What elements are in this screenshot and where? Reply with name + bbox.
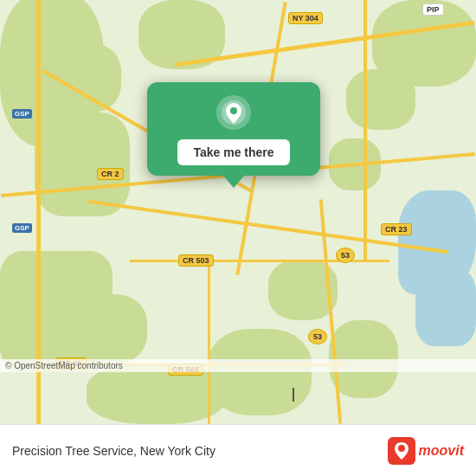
take-me-there-button[interactable]: Take me there (177, 139, 289, 165)
location-text: Precision Tree Service, New York City (12, 444, 388, 458)
ny304-label: NY 304 (288, 12, 323, 24)
popup-card: Take me there (147, 82, 320, 176)
svg-point-2 (230, 107, 237, 114)
road-right (363, 0, 367, 260)
map-marker-small (293, 388, 294, 402)
cr23-label: CR 23 (381, 223, 412, 235)
pip-label: PIP (422, 3, 444, 16)
water-area (415, 268, 476, 346)
road-vertical (208, 260, 210, 424)
location-pin-icon (215, 94, 252, 131)
gsp-label-1: GSP (12, 109, 32, 119)
gsp-label-2: GSP (12, 223, 32, 233)
cr503a-label: CR 503 (178, 254, 214, 267)
green-area (35, 113, 130, 216)
green-area (69, 294, 147, 363)
moovit-icon (388, 437, 415, 465)
bottom-bar: Precision Tree Service, New York City mo… (0, 424, 476, 476)
svg-point-4 (398, 445, 405, 452)
map-container: NY 304 PIP GSP GSP CR 2 CR 503 CR 503 CR… (0, 0, 476, 424)
num53b-label: 53 (308, 329, 327, 344)
green-area (346, 69, 415, 130)
moovit-logo: moovit (388, 437, 464, 465)
attribution-text: © OpenStreetMap contributors (5, 361, 123, 370)
num53a-label: 53 (336, 248, 355, 263)
green-area (52, 43, 121, 113)
cr2-label: CR 2 (97, 168, 124, 180)
green-area (87, 363, 225, 424)
attribution-bar: © OpenStreetMap contributors (0, 359, 476, 372)
moovit-text: moovit (419, 443, 464, 459)
